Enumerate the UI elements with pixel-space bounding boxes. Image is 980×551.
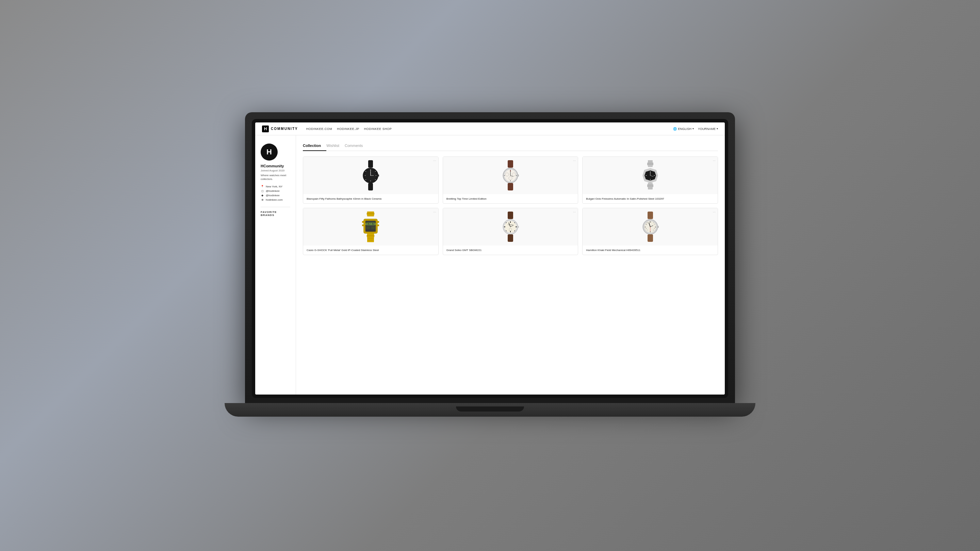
watch-card-blancpain[interactable]: ··· <box>303 156 439 204</box>
website-text: hodinkee.com <box>266 198 283 202</box>
svg-rect-84 <box>508 234 513 242</box>
watch-card-grand-seiko[interactable]: ··· <box>443 208 579 255</box>
nav-link-hodinkee-jp[interactable]: HODINKEE.JP <box>337 127 360 130</box>
watch-name-bulgari: Bulgari Octo Finissimo Automatic In Sati… <box>586 197 714 201</box>
svg-text:Grand Seiko: Grand Seiko <box>508 224 513 225</box>
svg-rect-39 <box>646 175 647 176</box>
watch-image-blancpain: ··· <box>303 157 438 194</box>
logo-h-icon: H <box>262 125 269 132</box>
card-action-breitling[interactable]: ··· <box>573 159 576 163</box>
svg-rect-14 <box>378 175 379 176</box>
tab-comments[interactable]: Comments <box>345 141 368 151</box>
screen-content: H COMMUNITY HODINKEE.COM HODINKEE.JP HOD… <box>255 122 725 395</box>
card-action-hamilton[interactable]: ··· <box>713 210 716 214</box>
location-item: 📍 New York, NY <box>261 185 290 188</box>
svg-point-9 <box>366 179 366 180</box>
svg-rect-27 <box>516 175 517 176</box>
svg-rect-66 <box>367 241 374 242</box>
watch-grid: ··· <box>303 156 718 255</box>
nav-link-hodinkee-com[interactable]: HODINKEE.COM <box>306 127 332 130</box>
svg-point-8 <box>370 181 371 181</box>
svg-rect-55 <box>371 227 375 229</box>
svg-point-7 <box>375 179 375 180</box>
laptop-base <box>224 403 756 417</box>
profile-meta: 📍 New York, NY ◻ @hodinkee ◆ @hodinkee <box>261 185 290 202</box>
svg-rect-32 <box>647 163 653 165</box>
watch-card-bulgari[interactable]: ··· <box>582 156 718 204</box>
tab-collection[interactable]: Collection <box>303 141 326 151</box>
twitter-icon: ◆ <box>261 194 264 197</box>
watch-card-casio[interactable]: ··· <box>303 208 439 255</box>
favorite-brands-label: FAVORITE BRANDS <box>261 211 290 217</box>
instagram-handle: @hodinkee <box>266 189 280 192</box>
website-item[interactable]: ⊕ hodinkee.com <box>261 198 290 202</box>
svg-rect-48 <box>367 214 374 216</box>
site-nav: H COMMUNITY HODINKEE.COM HODINKEE.JP HOD… <box>255 122 725 135</box>
svg-rect-0 <box>368 160 373 168</box>
twitter-handle: @hodinkee <box>266 194 280 197</box>
user-menu[interactable]: YOURNAME <box>698 127 718 130</box>
watch-name-casio: Casio G-SHOCK 'Full Metal' Gold IP-Coate… <box>307 248 435 252</box>
watch-illustration-breitling <box>498 159 522 192</box>
card-action-grand-seiko[interactable]: ··· <box>573 210 576 214</box>
watch-illustration-hamilton: 12 3 6 9 1 2 11 <box>638 211 662 243</box>
profile-avatar: H <box>261 143 278 160</box>
card-action-bulgari[interactable]: ··· <box>713 159 716 163</box>
language-selector[interactable]: 🌐 ENGLISH <box>673 127 694 130</box>
svg-rect-104 <box>657 226 659 228</box>
link-icon: ⊕ <box>261 198 264 202</box>
watch-illustration-bulgari <box>638 159 662 192</box>
watch-card-hamilton[interactable]: ··· <box>582 208 718 255</box>
svg-rect-56 <box>362 221 364 223</box>
svg-rect-33 <box>648 165 653 167</box>
svg-rect-57 <box>362 224 364 226</box>
watch-name-blancpain: Blancpain Fifty Fathoms Bathyscaphe 43mm… <box>307 197 435 201</box>
svg-rect-45 <box>648 187 653 189</box>
nav-logo[interactable]: H COMMUNITY <box>262 125 298 132</box>
nav-link-hodinkee-shop[interactable]: HODINKEE SHOP <box>364 127 392 130</box>
svg-rect-15 <box>368 183 373 191</box>
watch-image-grand-seiko: ··· <box>443 208 578 246</box>
svg-rect-74 <box>504 227 505 227</box>
svg-rect-31 <box>648 160 653 163</box>
watch-info-casio: Casio G-SHOCK 'Full Metal' Gold IP-Coate… <box>303 246 438 255</box>
svg-rect-71 <box>510 221 511 223</box>
watch-illustration-grand-seiko: Grand Seiko <box>498 211 522 243</box>
twitter-item[interactable]: ◆ @hodinkee <box>261 194 290 197</box>
card-action-blancpain[interactable]: ··· <box>433 159 436 163</box>
svg-rect-73 <box>515 227 517 227</box>
globe-icon: 🌐 <box>673 127 677 130</box>
profile-joined: Joined August 2020 <box>261 169 290 172</box>
watch-name-hamilton: Hamilton Khaki Field Mechanical H6943951… <box>586 248 714 252</box>
watch-info-grand-seiko: Grand Seiko GMT SBGM221 <box>443 246 578 255</box>
tab-wishlist[interactable]: Wishlist <box>326 141 345 151</box>
content-wrapper: ... Collection Wishlist Comments <box>303 141 718 255</box>
content-area: ... Collection Wishlist Comments <box>296 135 725 395</box>
svg-point-10 <box>365 175 366 176</box>
avatar-letter: H <box>266 148 272 156</box>
profile-name: HCommunity <box>261 164 290 168</box>
watch-card-breitling[interactable]: ··· <box>443 156 579 204</box>
sidebar: H HCommunity Joined August 2020 Where wa… <box>255 135 296 395</box>
laptop: H COMMUNITY HODINKEE.COM HODINKEE.JP HOD… <box>245 112 735 439</box>
svg-rect-72 <box>510 231 511 232</box>
card-action-casio[interactable]: ··· <box>433 210 436 214</box>
instagram-item[interactable]: ◻ @hodinkee <box>261 189 290 192</box>
svg-point-6 <box>375 175 376 176</box>
username-label: YOURNAME <box>698 127 716 130</box>
nav-right: 🌐 ENGLISH YOURNAME <box>673 127 718 130</box>
location-text: New York, NY <box>266 185 282 188</box>
svg-point-5 <box>375 171 375 172</box>
svg-point-4 <box>370 169 371 170</box>
svg-point-11 <box>366 171 366 172</box>
svg-rect-59 <box>377 224 379 226</box>
watch-info-breitling: Breitling Top Time Limited Edition <box>443 194 578 203</box>
svg-rect-85 <box>648 211 653 219</box>
watch-illustration-casio: 10:58:50 <box>359 211 382 243</box>
watch-info-bulgari: Bulgari Octo Finissimo Automatic In Sati… <box>582 194 718 203</box>
svg-rect-54 <box>366 227 370 229</box>
instagram-icon: ◻ <box>261 189 264 192</box>
svg-rect-83 <box>517 226 519 228</box>
svg-rect-58 <box>377 221 379 223</box>
watch-info-blancpain: Blancpain Fifty Fathoms Bathyscaphe 43mm… <box>303 194 438 203</box>
